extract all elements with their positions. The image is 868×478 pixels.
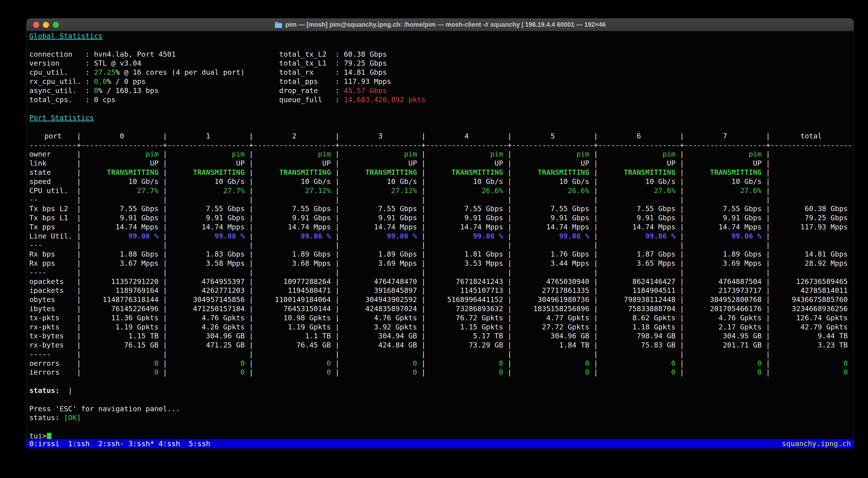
column-separator: | (163, 232, 167, 241)
stat-label: rx_cpu_util. (29, 77, 85, 86)
column-separator: | (77, 241, 81, 250)
row-label: tx-bytes (29, 332, 77, 341)
table-cell: 99.06 % (512, 232, 594, 241)
close-button[interactable] (33, 22, 39, 28)
column-separator: | (680, 286, 684, 295)
table-cell: 9.44 TB (770, 332, 852, 341)
table-cell: 42785814011 (770, 286, 852, 295)
column-separator: | (680, 168, 684, 177)
column-separator: | (680, 223, 684, 232)
column-separator: | (421, 295, 426, 304)
column-separator: | (680, 322, 684, 332)
column-separator: | (593, 213, 598, 223)
column-separator: | (77, 359, 81, 368)
column-separator: | (593, 332, 598, 341)
table-cell: UP (426, 159, 507, 168)
column-separator: | (249, 350, 253, 359)
column-separator: | (249, 250, 253, 259)
table-cell: 10 Gb/s (426, 177, 507, 186)
global-stat-right: total_tx_L2: 60.38 Gbps (279, 50, 387, 59)
table-cell: 1100149184064 (253, 295, 335, 304)
column-separator: | (593, 150, 598, 159)
stat-label: async_util. (29, 86, 85, 95)
stat-value: 14,683,426,892 pkts (344, 96, 426, 104)
column-separator: | (335, 195, 339, 204)
global-stat-right: drop_rate: 45.57 Gbps (279, 86, 387, 95)
stat-value: hvn4.lab, Port 4501 (94, 50, 176, 58)
column-separator: | (421, 368, 426, 377)
table-cell: 0 (426, 359, 507, 368)
table-cell: 99.06 % (167, 232, 249, 241)
terminal-window: pim — [mosh] pim@squanchy.ipng.ch: /home… (26, 18, 854, 450)
column-separator: | (421, 313, 426, 322)
column-separator: | (766, 332, 770, 341)
prompt-text: tui> (29, 432, 46, 440)
zoom-button[interactable] (53, 22, 59, 28)
table-cell: 7.55 Gbps (339, 204, 421, 213)
column-separator: | (680, 177, 684, 186)
stat-label: cpu_util. (29, 68, 85, 77)
table-cell: 27.7% (81, 186, 163, 196)
column-separator: | (163, 359, 167, 368)
table-cell: UP (167, 159, 249, 168)
row-label: ----- (29, 350, 77, 359)
column-header: 0 (81, 132, 163, 141)
table-cell: 10 Gb/s (167, 177, 249, 186)
table-cell: 9.91 Gbps (684, 213, 766, 223)
column-separator: | (507, 232, 512, 241)
table-cell: 3.23 TB (770, 341, 852, 350)
table-cell: 7.55 Gbps (598, 204, 680, 213)
table-cell: 304952800768 (684, 295, 766, 304)
terminal-content[interactable]: Global Statistics connection: hvn4.lab, … (27, 31, 854, 450)
colon: : (335, 68, 344, 76)
minimize-button[interactable] (43, 22, 49, 28)
table-cell: 42.79 Gpkts (770, 322, 852, 332)
column-separator: | (680, 150, 684, 159)
column-separator: | (507, 359, 512, 368)
stat-label: total_cps. (29, 95, 85, 104)
column-separator: | (249, 195, 253, 204)
table-cell: pim (684, 150, 766, 159)
column-separator: | (163, 132, 167, 141)
section-title: Global Statistics (29, 32, 102, 40)
colon: : (85, 96, 94, 104)
column-separator: | (766, 177, 770, 186)
table-cell: 75.83 GB (598, 341, 680, 350)
column-header: total (770, 132, 852, 141)
column-separator: | (507, 322, 512, 332)
window-titlebar[interactable]: pim — [mosh] pim@squanchy.ipng.ch: /home… (27, 19, 854, 31)
port-stats-row: Rx pps|3.67 Mpps|3.58 Mpps|3.68 Mpps|3.6… (29, 259, 851, 268)
table-cell: 1189769164 (81, 286, 163, 295)
table-cell: 201705466176 (684, 304, 766, 313)
row-label: -- (29, 195, 77, 204)
port-stats-row: tx-pkts|11.36 Gpkts|4.76 Gpkts|10.98 Gpk… (29, 313, 851, 322)
column-separator: | (680, 350, 684, 359)
column-separator: | (593, 195, 598, 204)
column-separator: | (766, 223, 770, 232)
table-cell: pim (512, 150, 594, 159)
port-stats-row: state|TRANSMITTING|TRANSMITTING|TRANSMIT… (29, 168, 851, 177)
column-separator: | (593, 359, 598, 368)
stat-value: 60.38 Gbps (344, 50, 387, 58)
column-header: 1 (167, 132, 249, 141)
table-cell: 3.44 Mpps (512, 259, 594, 268)
column-separator: | (766, 241, 770, 250)
column-separator: | (249, 322, 253, 332)
traffic-lights (33, 19, 59, 31)
esc-hint-line: Press 'ESC' for navigation panel... (29, 404, 851, 414)
column-separator: | (163, 195, 167, 204)
table-cell: 424.84 GB (339, 341, 421, 350)
table-cell: 0 (253, 359, 335, 368)
column-separator: | (766, 159, 770, 168)
column-separator: | (163, 332, 167, 341)
table-cell: 79.25 Gbps (770, 213, 852, 223)
table-cell: 1148776318144 (81, 295, 163, 304)
table-cell: 9.91 Gbps (598, 213, 680, 223)
table-cell: 0 (81, 368, 163, 377)
table-cell: 304943902592 (339, 295, 421, 304)
folder-icon (275, 22, 282, 28)
table-cell: 10 Gb/s (253, 177, 335, 186)
row-label: ipackets (29, 286, 77, 295)
table-cell: pim (598, 150, 680, 159)
global-stat-right: total_pps: 117.93 Mpps (279, 77, 391, 86)
